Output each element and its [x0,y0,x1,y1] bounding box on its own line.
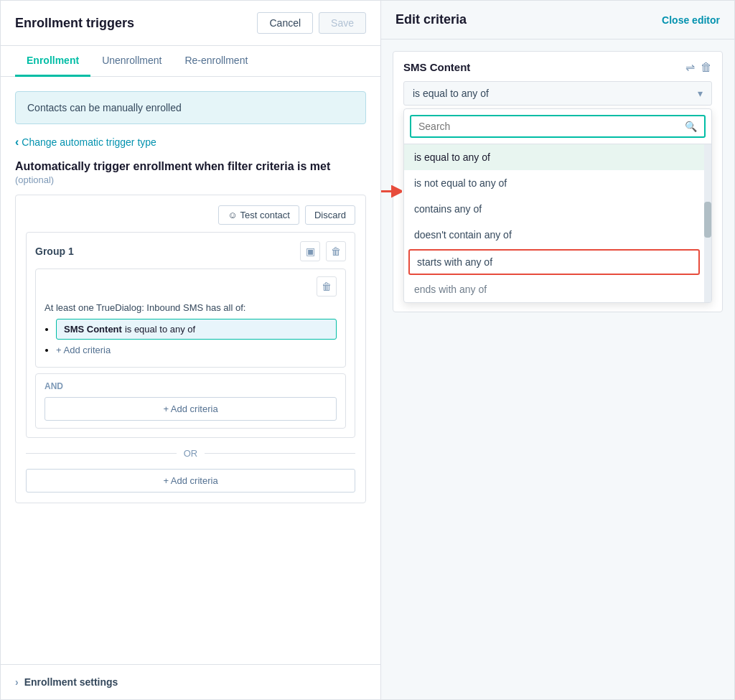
criteria-top-bar: ☺ Test contact Discard [26,205,355,225]
add-criteria-or-button[interactable]: + Add criteria [26,469,355,493]
option-equal-to[interactable]: is equal to any of [404,144,704,170]
swap-icon-button[interactable]: ⇌ [685,60,695,74]
selected-option-label: is equal to any of [413,88,489,99]
header-buttons: Cancel Save [257,12,366,34]
tab-re-enrollment[interactable]: Re-enrollment [173,46,259,77]
discard-button[interactable]: Discard [305,205,355,225]
enrollment-settings-label: Enrollment settings [24,676,118,688]
option-contains[interactable]: contains any of [404,196,704,222]
chevron-right-icon: › [15,676,19,688]
criteria-box: ☺ Test contact Discard Group 1 ▣ [15,195,366,503]
page-title: Enrollment triggers [15,16,134,31]
and-box: AND + Add criteria [35,373,346,429]
edit-criteria-title: Edit criteria [395,12,467,27]
dropdown-options-wrapper: is equal to any of is not equal to any o… [404,144,711,302]
delete-filter-button[interactable]: 🗑 [317,276,337,297]
trash-icon: 🗑 [331,246,341,257]
dropdown-selector[interactable]: is equal to any of ▾ [403,81,712,106]
save-button: Save [319,12,366,34]
scrollbar-track[interactable] [704,144,711,302]
option-ends-with[interactable]: ends with any of [404,276,704,302]
change-trigger-label: Change automatic trigger type [22,136,156,148]
criteria-pill[interactable]: SMS Content is equal to any of [56,319,337,340]
left-header: Enrollment triggers Cancel Save [1,1,380,46]
copy-icon: ▣ [306,246,315,257]
auto-trigger-heading: Automatically trigger enrollment when fi… [15,160,366,186]
option-starts-with[interactable]: starts with any of [408,249,700,275]
chevron-down-icon: ▾ [698,88,703,99]
right-content: SMS Content ⇌ 🗑 [381,39,734,699]
tabs-row: Enrollment Unenrollment Re-enrollment [1,46,380,77]
search-box: 🔍 [410,115,706,138]
cancel-button[interactable]: Cancel [257,12,313,34]
trash-icon-sms: 🗑 [701,61,712,73]
or-label: OR [184,448,198,459]
manually-enrolled-text: Contacts can be manually enrolled [27,102,182,113]
option-label-3: contains any of [414,203,482,215]
sms-content-title: SMS Content [403,61,470,73]
group-title: Group 1 [35,246,74,257]
or-divider: OR [26,448,355,459]
search-box-row: 🔍 [404,109,711,144]
person-icon: ☺ [228,210,237,220]
search-icon: 🔍 [685,121,697,132]
swap-icon: ⇌ [685,61,695,73]
option-label-1: is equal to any of [414,151,490,163]
group-icons: ▣ 🗑 [300,241,346,261]
left-panel: Enrollment triggers Cancel Save Enrollme… [1,1,381,699]
group-box: Group 1 ▣ 🗑 [26,232,355,438]
search-input[interactable] [418,121,685,132]
and-label: AND [45,381,337,391]
sms-card-header: SMS Content ⇌ 🗑 [403,60,712,74]
red-arrow-indicator [381,184,402,200]
right-header: Edit criteria Close editor [381,1,734,39]
manually-enrolled-box: Contacts can be manually enrolled [15,91,366,124]
criteria-list: SMS Content is equal to any of + Add cri… [45,319,337,355]
dropdown-wrapper: is equal to any of ▾ 🔍 [403,81,712,303]
filter-card: 🗑 At least one TrueDialog: Inbound SMS h… [35,269,346,368]
option-label-4: doesn't contain any of [414,229,512,241]
option-label-2: is not equal to any of [414,177,507,189]
criteria-strong: SMS Content [64,324,122,335]
filter-description: At least one TrueDialog: Inbound SMS has… [45,302,337,313]
left-content: Contacts can be manually enrolled Change… [1,77,380,664]
option-label-6: ends with any of [414,284,487,295]
optional-text: (optional) [15,174,54,185]
dropdown-panel: 🔍 is equal to any of [403,108,712,303]
copy-group-button[interactable]: ▣ [300,241,320,261]
option-not-equal-to[interactable]: is not equal to any of [404,170,704,196]
test-contact-button[interactable]: ☺ Test contact [218,205,299,225]
sms-card: SMS Content ⇌ 🗑 [393,51,723,312]
change-trigger-link[interactable]: Change automatic trigger type [15,136,366,149]
criteria-rest: is equal to any of [125,324,195,335]
option-label-5: starts with any of [417,256,492,268]
options-list: is equal to any of is not equal to any o… [404,144,704,302]
add-criteria-and-button[interactable]: + Add criteria [45,397,337,421]
enrollment-settings-row[interactable]: › Enrollment settings [1,664,380,699]
sms-card-icons: ⇌ 🗑 [685,60,712,74]
filter-card-header: 🗑 [45,276,337,297]
trash-icon-small: 🗑 [322,281,332,292]
tab-enrollment[interactable]: Enrollment [15,46,90,77]
close-editor-button[interactable]: Close editor [662,14,720,26]
delete-group-button[interactable]: 🗑 [326,241,346,261]
tab-unenrollment[interactable]: Unenrollment [90,46,173,77]
scrollbar-thumb[interactable] [704,202,711,238]
group-header: Group 1 ▣ 🗑 [35,241,346,261]
add-criteria-inline-button[interactable]: + Add criteria [56,345,337,355]
right-panel: Edit criteria Close editor SMS Content ⇌… [381,1,734,699]
delete-sms-button[interactable]: 🗑 [701,60,712,74]
option-doesnt-contain[interactable]: doesn't contain any of [404,222,704,248]
